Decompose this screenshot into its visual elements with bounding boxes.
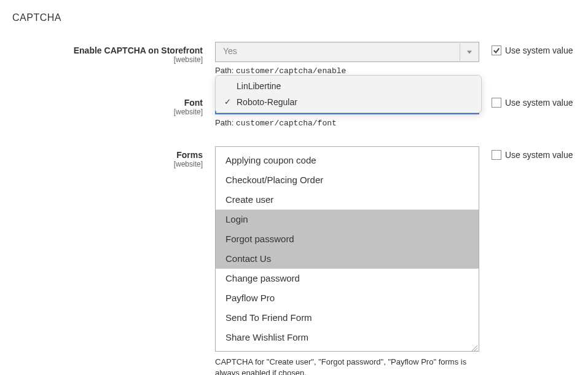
field-label-wrap-font: Font [website]: [12, 94, 215, 116]
chevron-down-icon: [460, 43, 478, 61]
forms-usesystem-label[interactable]: Use system value: [505, 150, 573, 160]
field-row-enable: Enable CAPTCHA on Storefront [website] Y…: [12, 42, 576, 76]
forms-multiselect[interactable]: Applying coupon code Checkout/Placing Or…: [215, 146, 479, 352]
field-scope-enable: [website]: [12, 55, 203, 64]
font-usesystem-checkbox[interactable]: [492, 98, 501, 108]
forms-usesystem-wrap: Use system value: [479, 146, 573, 160]
field-label-wrap-forms: Forms [website]: [12, 146, 215, 168]
forms-option-checkout[interactable]: Checkout/Placing Order: [216, 170, 479, 190]
enable-select-value: Yes: [223, 46, 237, 56]
forms-option-contactus[interactable]: Contact Us: [216, 249, 479, 269]
forms-help-text: CAPTCHA for "Create user", "Forgot passw…: [215, 357, 479, 375]
enable-usesystem-label[interactable]: Use system value: [505, 45, 573, 55]
field-label-enable: Enable CAPTCHA on Storefront: [74, 45, 203, 55]
font-usesystem-wrap: Use system value: [479, 94, 573, 108]
forms-option-sendtofriend[interactable]: Send To Friend Form: [216, 308, 479, 328]
forms-option-createuser[interactable]: Create user: [216, 190, 479, 210]
field-label-wrap-enable: Enable CAPTCHA on Storefront [website]: [12, 42, 215, 64]
field-control-enable: Yes Path: customer/captcha/enable: [215, 42, 479, 76]
field-control-forms: Applying coupon code Checkout/Placing Or…: [215, 146, 479, 375]
enable-select[interactable]: Yes: [215, 42, 479, 62]
field-scope-font: [website]: [12, 108, 203, 116]
enable-path-label: Path:: [215, 66, 236, 75]
font-path-label: Path:: [215, 118, 236, 127]
forms-option-changepw[interactable]: Change password: [216, 269, 479, 288]
field-label-forms: Forms: [176, 150, 203, 160]
svg-marker-0: [467, 50, 472, 53]
field-label-font: Font: [184, 98, 203, 108]
svg-line-3: [476, 350, 477, 352]
enable-usesystem-wrap: Use system value: [479, 42, 573, 55]
font-dropdown-popup: LinLibertine Roboto-Regular: [215, 75, 482, 113]
forms-option-payflow[interactable]: Payflow Pro: [216, 288, 479, 308]
forms-option-sharewishlist[interactable]: Share Wishlist Form: [216, 328, 479, 347]
field-control-font: LinLibertine Roboto-Regular Path: custom…: [215, 94, 479, 128]
font-usesystem-label[interactable]: Use system value: [505, 98, 573, 108]
enable-path-value: customer/captcha/enable: [236, 66, 346, 76]
font-path-value: customer/captcha/font: [236, 119, 337, 128]
field-row-forms: Forms [website] Applying coupon code Che…: [12, 146, 576, 375]
font-option-roboto[interactable]: Roboto-Regular: [216, 94, 481, 110]
enable-usesystem-checkbox[interactable]: [492, 45, 501, 55]
forms-option-login[interactable]: Login: [216, 210, 479, 229]
field-row-font: Font [website] LinLibertine Roboto-Regul…: [12, 94, 576, 128]
forms-option-coupon[interactable]: Applying coupon code: [216, 151, 479, 170]
enable-path: Path: customer/captcha/enable: [215, 66, 479, 76]
font-option-linlibertine[interactable]: LinLibertine: [216, 78, 481, 94]
forms-option-forgotpw[interactable]: Forgot password: [216, 229, 479, 249]
forms-usesystem-checkbox[interactable]: [492, 150, 501, 160]
section-title: CAPTCHA: [12, 12, 576, 23]
resize-handle-icon[interactable]: [471, 344, 477, 350]
font-path: Path: customer/captcha/font: [215, 118, 479, 128]
field-scope-forms: [website]: [12, 160, 203, 168]
